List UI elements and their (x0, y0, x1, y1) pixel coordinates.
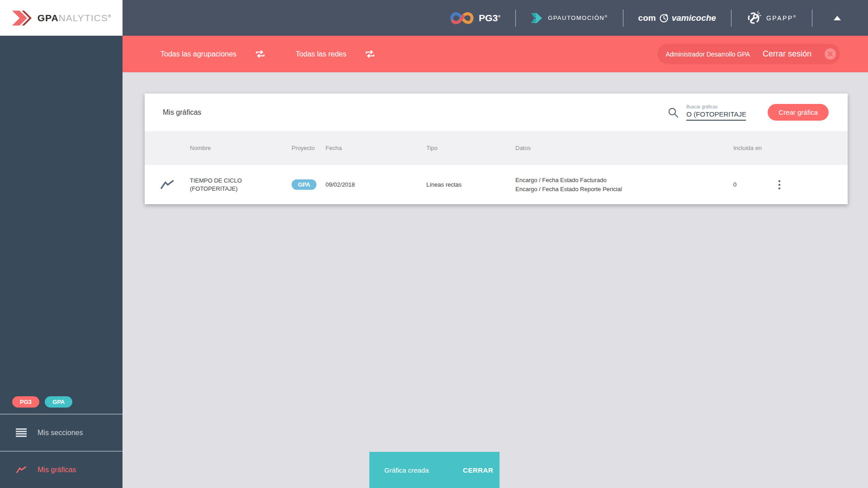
row-data-line: Encargo / Fecha Estado Facturado (515, 176, 733, 185)
swap-arrows-icon (255, 49, 266, 59)
search-field: Buscar gráficas O (FOTOPERITAJE) (686, 104, 746, 121)
charts-card: Mis gráficas Buscar gráficas O (FOTOPERI… (145, 94, 848, 204)
sidebar-badges: PG3 GPA (0, 396, 123, 414)
create-chart-button[interactable]: Crear gráfica (768, 104, 829, 121)
project-badge: GPA (292, 179, 316, 190)
gpanalytics-wordmark: GPANALYTICS® (38, 13, 112, 23)
logout-button[interactable]: Cerrar sesión (763, 49, 811, 59)
header-cell-tipo: Tipo (426, 145, 515, 151)
page-title: Mis gráficas (163, 108, 201, 117)
search-icon[interactable] (667, 107, 679, 118)
pg3-infinity-icon (450, 11, 474, 25)
row-name: TIEMPO DE CICLO (FOTOPERITAJE) (190, 177, 253, 192)
top-header: GPANALYTICS® PG3® GPAUTOMOCIÓN® com (0, 0, 868, 36)
header-app-links: PG3® GPAUTOMOCIÓN® com vamicoche (450, 0, 868, 36)
header-divider (812, 9, 812, 27)
pg3-logo[interactable]: PG3® (450, 11, 500, 25)
gpanalytics-arrow-icon (11, 9, 32, 28)
stopwatch-clock-icon (659, 13, 669, 23)
swap-arrows-icon (364, 49, 376, 59)
toast-notification: Gráfica creada CERRAR (369, 452, 500, 488)
filter-bar: Todas las agrupaciones Todas las redes A… (123, 36, 868, 72)
sidebar-item-mis-graficas[interactable]: Mis gráficas (0, 451, 123, 488)
card-header: Mis gráficas Buscar gráficas O (FOTOPERI… (145, 94, 848, 131)
gpapp-logo[interactable]: GPAPP® (746, 10, 797, 26)
sidebar-item-mis-secciones[interactable]: Mis secciones (0, 414, 123, 451)
header-cell-proyecto: Proyecto (292, 145, 326, 151)
header-cell-incluida-en: Incluida en (733, 145, 776, 151)
comovamicoche-post: vamicoche (672, 13, 716, 23)
header-cell-datos: Datos (515, 145, 733, 151)
row-project: GPA (292, 179, 326, 190)
gpa-badge: GPA (45, 396, 72, 408)
search-input[interactable]: O (FOTOPERITAJE) (686, 110, 746, 121)
user-name: Administrador Desarrollo GPA (665, 51, 750, 58)
header-divider (515, 9, 516, 27)
collapse-arrow-button[interactable] (834, 16, 841, 20)
header-divider (623, 9, 623, 27)
brand-reg: ® (108, 14, 112, 19)
search-field-label: Buscar gráficas (686, 104, 746, 109)
row-menu-kebab-icon[interactable] (776, 179, 848, 190)
brand-nalytics: NALYTICS (59, 13, 108, 23)
header-cell-nombre: Nombre (190, 145, 292, 151)
gpapp-label: GPAPP® (766, 14, 797, 22)
wrench-gauge-icon (746, 10, 762, 26)
search-input-value: O (FOTOPERITAJE) (686, 110, 746, 118)
line-chart-icon (16, 466, 27, 474)
gpautomocion-label: GPAUTOMOCIÓN® (548, 14, 608, 21)
row-type: Líneas rectas (426, 181, 515, 188)
row-data-line: Encargo / Fecha Estado Reporte Pericial (515, 185, 733, 194)
comovamicoche-logo[interactable]: com vamicoche (638, 13, 716, 23)
row-included-in: 0 (733, 181, 776, 188)
main-content: Mis gráficas Buscar gráficas O (FOTOPERI… (123, 72, 868, 488)
sidebar-item-label: Mis secciones (38, 429, 83, 437)
networks-filter[interactable]: Todas las redes (296, 49, 376, 59)
table-header-row: Nombre Proyecto Fecha Tipo Datos Incluid… (145, 131, 848, 165)
toast-close-button[interactable]: CERRAR (463, 466, 493, 474)
menu-lines-icon (16, 428, 27, 437)
session-pill: Administrador Desarrollo GPA Cerrar sesi… (657, 44, 840, 64)
gpautomocion-chevron-icon (531, 12, 543, 24)
comovamicoche-pre: com (638, 13, 656, 23)
toast-message: Gráfica creada (384, 466, 429, 474)
card-header-actions: Buscar gráficas O (FOTOPERITAJE) Crear g… (667, 104, 829, 121)
header-divider (731, 9, 731, 27)
row-date: 09/02/2018 (326, 181, 426, 188)
gpautomocion-logo[interactable]: GPAUTOMOCIÓN® (531, 12, 608, 24)
groupings-filter-label: Todas las agrupaciones (160, 50, 236, 58)
table-row[interactable]: TIEMPO DE CICLO (FOTOPERITAJE) GPA 09/02… (145, 165, 848, 204)
sidebar: PG3 GPA Mis secciones Mis gráficas (0, 36, 123, 488)
row-data: Encargo / Fecha Estado Facturado Encargo… (515, 176, 733, 193)
pg3-label: PG3® (479, 13, 500, 23)
pg3-badge: PG3 (12, 396, 39, 408)
gpanalytics-logo: GPANALYTICS® (0, 0, 123, 36)
header-cell-fecha: Fecha (326, 145, 426, 151)
logout-close-icon[interactable] (824, 48, 836, 60)
sidebar-item-label: Mis gráficas (38, 466, 76, 474)
brand-gpa: GPA (38, 13, 59, 23)
networks-filter-label: Todas las redes (296, 50, 346, 58)
groupings-filter[interactable]: Todas las agrupaciones (160, 49, 266, 59)
row-chart-icon (145, 179, 190, 190)
